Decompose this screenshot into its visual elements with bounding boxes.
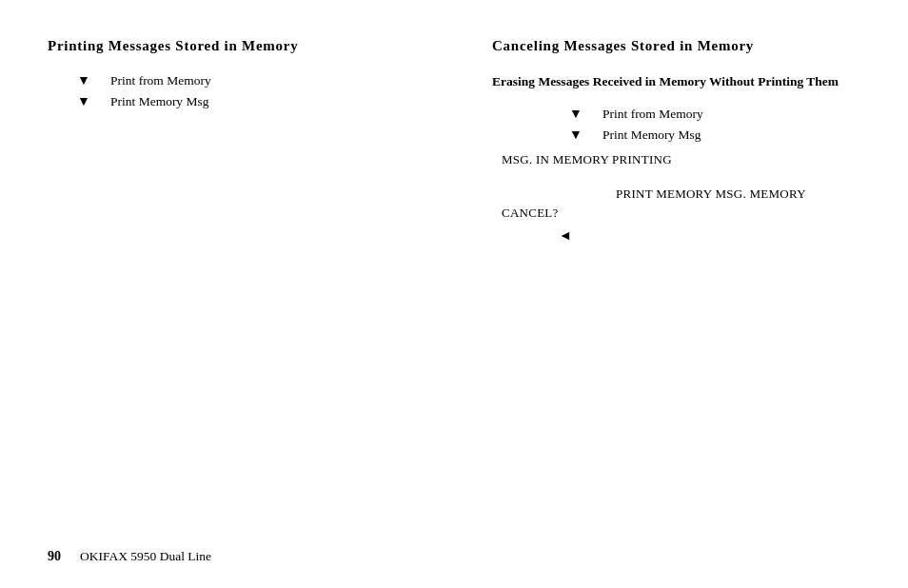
cancel-screen-line2: CANCEL? — [502, 206, 860, 221]
left-menu-label-1: Print from Memory — [110, 73, 211, 88]
left-menu-item-1: ▼ Print from Memory — [76, 73, 416, 88]
screen-display-1: MSG. IN MEMORY PRINTING — [502, 152, 860, 167]
left-menu-item-2: ▼ Print Memory Msg — [76, 94, 416, 109]
right-menu-item-2: ▼ Print Memory Msg — [568, 127, 860, 143]
arrow-down-icon-4: ▼ — [568, 127, 583, 143]
right-menu-items: ▼ Print from Memory ▼ Print Memory Msg — [540, 107, 860, 143]
footer: 90 OKIFAX 5950 Dual Line — [48, 549, 211, 564]
arrow-down-icon-3: ▼ — [568, 107, 583, 122]
columns: Printing Messages Stored in Memory ▼ Pri… — [48, 38, 860, 244]
cancel-section: PRINT MEMORY MSG. MEMORY CANCEL? ◄ — [502, 186, 860, 244]
left-column: Printing Messages Stored in Memory ▼ Pri… — [48, 38, 435, 244]
arrow-left-icon: ◄ — [559, 228, 572, 244]
right-menu-label-1: Print from Memory — [602, 107, 703, 122]
cancel-screen-line1: PRINT MEMORY MSG. MEMORY — [616, 186, 860, 202]
left-menu-label-2: Print Memory Msg — [110, 94, 209, 109]
right-menu-label-2: Print Memory Msg — [602, 127, 701, 143]
arrow-down-icon-2: ▼ — [76, 94, 91, 109]
right-menu-item-1: ▼ Print from Memory — [568, 107, 860, 122]
footer-text: OKIFAX 5950 Dual Line — [80, 549, 211, 564]
page-number: 90 — [48, 549, 61, 564]
right-section-title: Canceling Messages Stored in Memory — [492, 38, 860, 54]
arrow-left-container: ◄ — [559, 228, 860, 244]
left-section-title: Printing Messages Stored in Memory — [48, 38, 416, 54]
right-subsection-title: Erasing Messages Received in Memory With… — [492, 73, 860, 91]
arrow-down-icon-1: ▼ — [76, 73, 91, 88]
right-column: Canceling Messages Stored in Memory Eras… — [473, 38, 860, 244]
page: Printing Messages Stored in Memory ▼ Pri… — [0, 0, 908, 588]
